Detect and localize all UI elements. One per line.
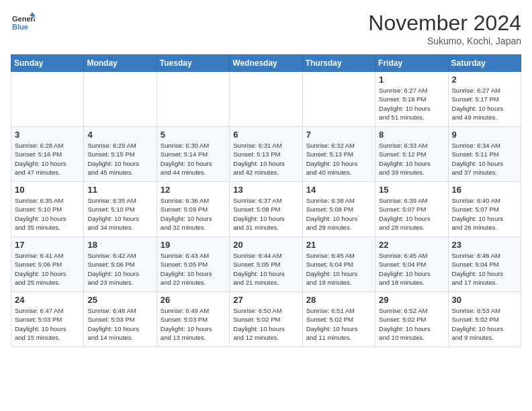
calendar-day-cell: 14Sunrise: 6:38 AM Sunset: 5:08 PM Dayli…	[302, 182, 375, 237]
day-info: Sunrise: 6:37 AM Sunset: 5:08 PM Dayligh…	[233, 196, 298, 232]
day-number: 30	[452, 295, 517, 305]
calendar-day-cell: 11Sunrise: 6:35 AM Sunset: 5:10 PM Dayli…	[84, 182, 157, 237]
month-title: November 2024	[368, 11, 521, 36]
calendar-header-row: SundayMondayTuesdayWednesdayThursdayFrid…	[11, 55, 521, 72]
day-info: Sunrise: 6:48 AM Sunset: 5:03 PM Dayligh…	[87, 306, 152, 342]
calendar-day-cell: 30Sunrise: 6:53 AM Sunset: 5:02 PM Dayli…	[448, 292, 521, 347]
day-info: Sunrise: 6:41 AM Sunset: 5:06 PM Dayligh…	[15, 251, 80, 287]
calendar-day-cell: 28Sunrise: 6:51 AM Sunset: 5:02 PM Dayli…	[302, 292, 375, 347]
day-info: Sunrise: 6:33 AM Sunset: 5:12 PM Dayligh…	[379, 141, 444, 177]
day-number: 20	[233, 240, 298, 250]
calendar-day-cell: 19Sunrise: 6:43 AM Sunset: 5:05 PM Dayli…	[157, 237, 229, 292]
day-number: 10	[15, 185, 80, 195]
calendar-day-cell: 21Sunrise: 6:45 AM Sunset: 5:04 PM Dayli…	[302, 237, 375, 292]
day-number: 16	[452, 185, 517, 195]
day-info: Sunrise: 6:38 AM Sunset: 5:08 PM Dayligh…	[306, 196, 371, 232]
day-number: 22	[379, 240, 444, 250]
day-info: Sunrise: 6:27 AM Sunset: 5:17 PM Dayligh…	[452, 86, 517, 122]
day-number: 14	[306, 185, 371, 195]
day-info: Sunrise: 6:53 AM Sunset: 5:02 PM Dayligh…	[452, 306, 517, 342]
day-number: 4	[87, 130, 152, 140]
day-number: 25	[87, 295, 152, 305]
calendar-day-cell: 24Sunrise: 6:47 AM Sunset: 5:03 PM Dayli…	[11, 292, 84, 347]
day-number: 21	[306, 240, 371, 250]
day-info: Sunrise: 6:46 AM Sunset: 5:04 PM Dayligh…	[452, 251, 517, 287]
calendar-day-cell: 23Sunrise: 6:46 AM Sunset: 5:04 PM Dayli…	[448, 237, 521, 292]
calendar-day-header: Tuesday	[157, 55, 229, 72]
day-number: 19	[161, 240, 226, 250]
day-number: 24	[15, 295, 80, 305]
day-info: Sunrise: 6:29 AM Sunset: 5:15 PM Dayligh…	[87, 141, 152, 177]
calendar-day-cell: 9Sunrise: 6:34 AM Sunset: 5:11 PM Daylig…	[448, 127, 521, 182]
calendar-day-header: Thursday	[302, 55, 375, 72]
calendar-day-cell: 29Sunrise: 6:52 AM Sunset: 5:02 PM Dayli…	[375, 292, 448, 347]
day-info: Sunrise: 6:50 AM Sunset: 5:02 PM Dayligh…	[233, 306, 298, 342]
calendar-day-cell: 3Sunrise: 6:28 AM Sunset: 5:16 PM Daylig…	[11, 127, 84, 182]
calendar-week-row: 17Sunrise: 6:41 AM Sunset: 5:06 PM Dayli…	[11, 237, 521, 292]
svg-text:Blue: Blue	[12, 23, 28, 31]
calendar-day-cell: 6Sunrise: 6:31 AM Sunset: 5:13 PM Daylig…	[230, 127, 302, 182]
calendar-day-cell: 25Sunrise: 6:48 AM Sunset: 5:03 PM Dayli…	[84, 292, 157, 347]
day-number: 13	[233, 185, 298, 195]
day-number: 29	[379, 295, 444, 305]
location-subtitle: Sukumo, Kochi, Japan	[368, 36, 521, 46]
day-info: Sunrise: 6:36 AM Sunset: 5:09 PM Dayligh…	[161, 196, 226, 232]
day-info: Sunrise: 6:52 AM Sunset: 5:02 PM Dayligh…	[379, 306, 444, 342]
calendar-day-cell: 27Sunrise: 6:50 AM Sunset: 5:02 PM Dayli…	[230, 292, 302, 347]
day-number: 1	[379, 75, 444, 85]
day-info: Sunrise: 6:39 AM Sunset: 5:07 PM Dayligh…	[379, 196, 444, 232]
calendar-day-cell	[230, 72, 302, 127]
calendar-day-header: Saturday	[448, 55, 521, 72]
calendar-day-header: Friday	[375, 55, 448, 72]
calendar-day-header: Sunday	[11, 55, 84, 72]
day-info: Sunrise: 6:35 AM Sunset: 5:10 PM Dayligh…	[15, 196, 80, 232]
calendar-day-cell: 17Sunrise: 6:41 AM Sunset: 5:06 PM Dayli…	[11, 237, 84, 292]
day-number: 23	[452, 240, 517, 250]
calendar-day-cell: 26Sunrise: 6:49 AM Sunset: 5:03 PM Dayli…	[157, 292, 229, 347]
day-info: Sunrise: 6:35 AM Sunset: 5:10 PM Dayligh…	[87, 196, 152, 232]
calendar-week-row: 1Sunrise: 6:27 AM Sunset: 5:18 PM Daylig…	[11, 72, 521, 127]
calendar-table: SundayMondayTuesdayWednesdayThursdayFrid…	[11, 54, 521, 347]
day-number: 7	[306, 130, 371, 140]
day-number: 15	[379, 185, 444, 195]
calendar-day-cell: 22Sunrise: 6:45 AM Sunset: 5:04 PM Dayli…	[375, 237, 448, 292]
day-info: Sunrise: 6:40 AM Sunset: 5:07 PM Dayligh…	[452, 196, 517, 232]
day-info: Sunrise: 6:47 AM Sunset: 5:03 PM Dayligh…	[15, 306, 80, 342]
day-number: 3	[15, 130, 80, 140]
calendar-day-cell: 18Sunrise: 6:42 AM Sunset: 5:06 PM Dayli…	[84, 237, 157, 292]
calendar-day-cell: 13Sunrise: 6:37 AM Sunset: 5:08 PM Dayli…	[230, 182, 302, 237]
day-info: Sunrise: 6:30 AM Sunset: 5:14 PM Dayligh…	[161, 141, 226, 177]
calendar-day-cell	[11, 72, 84, 127]
calendar-day-cell: 10Sunrise: 6:35 AM Sunset: 5:10 PM Dayli…	[11, 182, 84, 237]
day-number: 2	[452, 75, 517, 85]
calendar-day-cell: 7Sunrise: 6:32 AM Sunset: 5:13 PM Daylig…	[302, 127, 375, 182]
calendar-week-row: 24Sunrise: 6:47 AM Sunset: 5:03 PM Dayli…	[11, 292, 521, 347]
day-number: 5	[161, 130, 226, 140]
day-number: 28	[306, 295, 371, 305]
day-info: Sunrise: 6:42 AM Sunset: 5:06 PM Dayligh…	[87, 251, 152, 287]
day-number: 9	[452, 130, 517, 140]
calendar-day-cell	[157, 72, 229, 127]
day-info: Sunrise: 6:49 AM Sunset: 5:03 PM Dayligh…	[161, 306, 226, 342]
logo: General Blue	[11, 11, 35, 35]
day-info: Sunrise: 6:32 AM Sunset: 5:13 PM Dayligh…	[306, 141, 371, 177]
day-number: 18	[87, 240, 152, 250]
title-block: November 2024 Sukumo, Kochi, Japan	[368, 11, 521, 46]
day-number: 12	[161, 185, 226, 195]
day-number: 27	[233, 295, 298, 305]
calendar-day-cell: 2Sunrise: 6:27 AM Sunset: 5:17 PM Daylig…	[448, 72, 521, 127]
day-number: 26	[161, 295, 226, 305]
day-info: Sunrise: 6:28 AM Sunset: 5:16 PM Dayligh…	[15, 141, 80, 177]
calendar-day-header: Wednesday	[230, 55, 302, 72]
calendar-day-header: Monday	[84, 55, 157, 72]
day-info: Sunrise: 6:43 AM Sunset: 5:05 PM Dayligh…	[161, 251, 226, 287]
day-info: Sunrise: 6:31 AM Sunset: 5:13 PM Dayligh…	[233, 141, 298, 177]
calendar-day-cell	[302, 72, 375, 127]
day-number: 17	[15, 240, 80, 250]
calendar-day-cell: 16Sunrise: 6:40 AM Sunset: 5:07 PM Dayli…	[448, 182, 521, 237]
calendar-week-row: 3Sunrise: 6:28 AM Sunset: 5:16 PM Daylig…	[11, 127, 521, 182]
day-info: Sunrise: 6:44 AM Sunset: 5:05 PM Dayligh…	[233, 251, 298, 287]
calendar-day-cell: 12Sunrise: 6:36 AM Sunset: 5:09 PM Dayli…	[157, 182, 229, 237]
day-info: Sunrise: 6:51 AM Sunset: 5:02 PM Dayligh…	[306, 306, 371, 342]
calendar-day-cell	[84, 72, 157, 127]
